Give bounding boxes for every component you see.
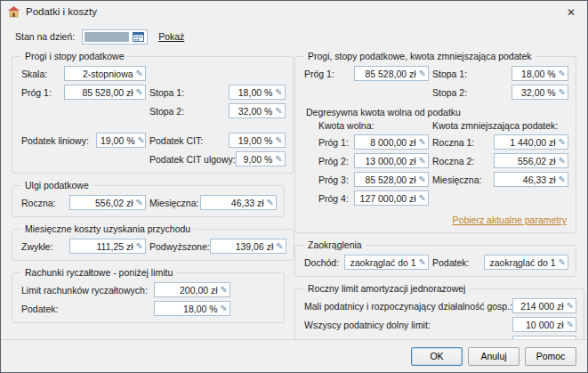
edit-pencil-icon[interactable]: ✎ (138, 136, 145, 145)
right-column: Progi, stopy podatkowe, kwota zmniejszaj… (294, 51, 576, 364)
cancel-button[interactable]: Anuluj (468, 347, 520, 366)
skala-field[interactable]: 2-stopniowa ✎ (64, 66, 146, 81)
dolny-field[interactable]: 10 000 zł ✎ (512, 317, 576, 332)
edit-pencil-icon[interactable]: ✎ (419, 157, 426, 166)
mali-label: Mali podatnicy i rozpoczynający działaln… (304, 301, 512, 312)
date-input[interactable] (82, 29, 148, 45)
miesieczna-label: Miesięczna: (149, 198, 198, 208)
ryczalt-podatek-label: Podatek: (21, 304, 58, 314)
r-stopa1-field[interactable]: 18,00 % ✎ (511, 66, 568, 81)
edit-pencil-icon[interactable]: ✎ (267, 199, 274, 207)
group-lump-sum: Rachunki ryczałtowe - poniżej limitu Lim… (12, 267, 285, 323)
m-label: Miesięczna: (432, 174, 481, 185)
group-tax-scale-title: Progi i stopy podatkowe (21, 51, 127, 61)
edit-pencil-icon[interactable]: ✎ (567, 302, 574, 311)
p1-field[interactable]: 8 000,00 zł ✎ (354, 134, 429, 150)
stopa2-field[interactable]: 32,00 % ✎ (229, 103, 286, 118)
download-parameters-link[interactable]: Pobierz aktualne parametry (453, 215, 567, 225)
edit-pencil-icon[interactable]: ✎ (419, 194, 426, 203)
r-stopa2-field[interactable]: 32,00 % ✎ (511, 85, 568, 100)
edit-pencil-icon[interactable]: ✎ (275, 136, 282, 145)
stopa1-field[interactable]: 18,00 % ✎ (229, 85, 286, 100)
cit-ulgowy-label: Podatek CIT ulgowy: (149, 154, 236, 165)
edit-pencil-icon[interactable]: ✎ (419, 258, 426, 267)
p3-field[interactable]: 85 528,00 zł ✎ (354, 172, 429, 187)
podwyzszone-field[interactable]: 139,06 zł ✎ (210, 239, 286, 254)
r2-label: Roczna 2: (432, 156, 474, 166)
edit-pencil-icon[interactable]: ✎ (559, 258, 566, 267)
edit-pencil-icon[interactable]: ✎ (276, 242, 283, 251)
m-field[interactable]: 46,33 zł ✎ (494, 172, 568, 187)
r-stopa1-label: Stopa 1: (432, 69, 467, 79)
r1-field[interactable]: 1 440,00 zł ✎ (494, 134, 568, 150)
p4-field[interactable]: 127 000,00 zł ✎ (354, 191, 429, 206)
edit-pencil-icon[interactable]: ✎ (275, 107, 282, 116)
kwota-zmniejszajaca-heading: Kwota zmniejszająca podatek: (432, 120, 568, 131)
group-tax-relief: Ulgi podatkowe Roczna: 556,02 zł ✎ Miesi… (12, 180, 285, 217)
show-link[interactable]: Pokaż (158, 31, 184, 42)
edit-pencil-icon[interactable]: ✎ (221, 304, 228, 313)
edit-pencil-icon[interactable]: ✎ (559, 138, 566, 147)
miesieczna-field[interactable]: 46,33 zł ✎ (200, 195, 277, 210)
prog1-field[interactable]: 85 528,00 zł ✎ (64, 85, 146, 100)
edit-pencil-icon[interactable]: ✎ (419, 69, 426, 78)
cit-ulgowy-field[interactable]: 9,00 % ✎ (236, 151, 286, 166)
edit-pencil-icon[interactable]: ✎ (419, 175, 426, 184)
edit-pencil-icon[interactable]: ✎ (275, 155, 282, 164)
zaokr-podatek-field[interactable]: zaokrąglać do 1 ✎ (484, 255, 568, 270)
edit-pencil-icon[interactable]: ✎ (559, 88, 566, 97)
prog1-label: Próg 1: (21, 87, 52, 98)
edit-pencil-icon[interactable]: ✎ (136, 199, 143, 207)
group-rounding-title: Zaokrąglenia (304, 239, 366, 250)
edit-pencil-icon[interactable]: ✎ (559, 175, 566, 184)
edit-pencil-icon[interactable]: ✎ (559, 157, 566, 166)
p2-label: Próg 2: (304, 156, 349, 166)
edit-pencil-icon[interactable]: ✎ (221, 286, 228, 295)
group-depreciation-limit-title: Roczny limit amortyzacji jednorazowej (304, 283, 469, 294)
dochod-label: Dochód: (304, 257, 339, 268)
dialog-window: Podatki i koszty ✕ Stan na dzień: (0, 0, 588, 373)
edit-pencil-icon[interactable]: ✎ (275, 88, 282, 97)
group-monthly-costs-title: Miesięczne koszty uzyskania przychodu (21, 223, 194, 234)
ryczalt-podatek-field[interactable]: 18,00 % ✎ (154, 301, 230, 316)
edit-pencil-icon[interactable]: ✎ (559, 69, 566, 78)
group-monthly-costs: Miesięczne koszty uzyskania przychodu Zw… (12, 223, 294, 261)
title-bar[interactable]: Podatki i koszty ✕ (1, 1, 587, 22)
r-prog1-field[interactable]: 85 528,00 zł ✎ (354, 66, 429, 81)
r-stopa2-label: Stopa 2: (432, 87, 467, 98)
limit-ryczalt-field[interactable]: 200,00 zł ✎ (154, 282, 230, 297)
dolny-label: Wszyscy podatnicy dolny limit: (304, 320, 431, 330)
close-button[interactable]: ✕ (555, 1, 587, 22)
group-thresholds-reducing: Progi, stopy podatkowe, kwota zmniejszaj… (294, 51, 576, 233)
liniowy-field[interactable]: 19,00 % ✎ (96, 133, 146, 148)
edit-pencil-icon[interactable]: ✎ (136, 69, 143, 78)
dochod-field[interactable]: zaokrąglać do 1 ✎ (344, 255, 429, 270)
status-date-row: Stan na dzień: Pokaż (15, 26, 576, 47)
limit-ryczalt-label: Limit rachunków ryczałtowych: (21, 285, 148, 296)
roczna-field[interactable]: 556,02 zł ✎ (69, 195, 146, 210)
ok-button[interactable]: OK (411, 347, 463, 366)
group-thresholds-reducing-title: Progi, stopy podatkowe, kwota zmniejszaj… (304, 51, 536, 61)
zwykle-label: Zwykłe: (21, 241, 53, 252)
p3-label: Próg 3: (304, 174, 349, 185)
date-label: Stan na dzień: (15, 31, 75, 42)
skala-label: Skala: (21, 69, 47, 79)
p4-label: Próg 4: (304, 193, 349, 204)
group-rounding: Zaokrąglenia Dochód: zaokrąglać do 1 ✎ P… (294, 239, 576, 277)
dialog-body: Stan na dzień: Pokaż (1, 22, 587, 364)
group-tax-relief-title: Ulgi podatkowe (21, 180, 93, 191)
left-column: Progi i stopy podatkowe Skala: 2-stopnio… (12, 51, 285, 329)
calendar-icon[interactable] (132, 30, 145, 44)
zwykle-field[interactable]: 111,25 zł ✎ (69, 239, 146, 254)
edit-pencil-icon[interactable]: ✎ (419, 138, 426, 147)
cit-field[interactable]: 19,00 % ✎ (229, 133, 286, 148)
r2-field[interactable]: 556,02 zł ✎ (494, 153, 568, 168)
p2-field[interactable]: 13 000,00 zł ✎ (354, 153, 429, 168)
liniowy-label: Podatek liniowy: (21, 135, 89, 146)
roczna-label: Roczna: (21, 198, 56, 208)
edit-pencil-icon[interactable]: ✎ (136, 88, 143, 97)
mali-field[interactable]: 214 000 zł ✎ (512, 298, 576, 313)
edit-pencil-icon[interactable]: ✎ (567, 320, 574, 329)
help-button[interactable]: Pomoc (525, 347, 576, 366)
edit-pencil-icon[interactable]: ✎ (136, 242, 143, 251)
